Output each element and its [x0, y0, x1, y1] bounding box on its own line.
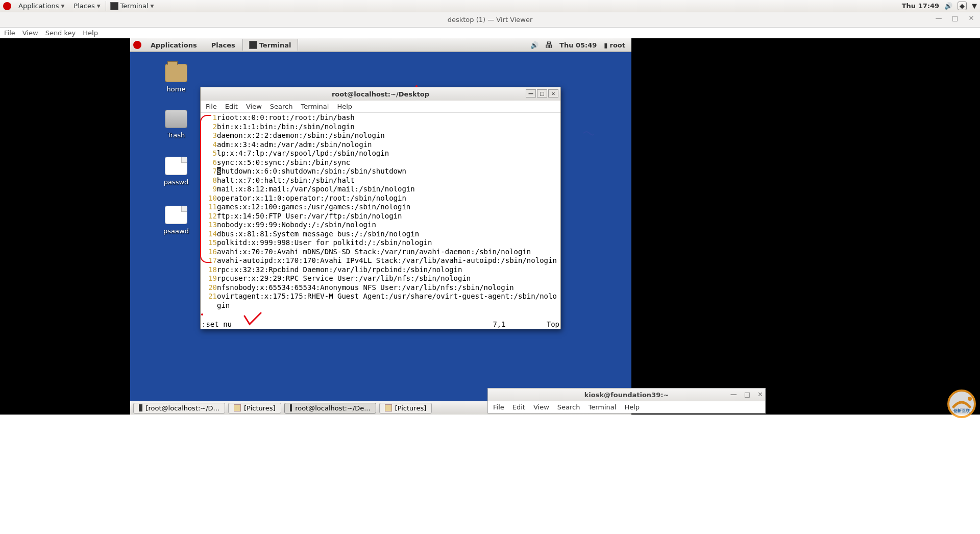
guest-clock[interactable]: Thu 05:49: [559, 41, 597, 49]
line-text: dbus:x:81:81:System message bus:/:/sbin/…: [217, 230, 559, 239]
guest-volume-icon[interactable]: [530, 41, 538, 49]
line-text: ovirtagent:x:175:175:RHEV-M Guest Agent:…: [217, 292, 559, 310]
desktop-icon-home[interactable]: home: [158, 64, 194, 93]
terminal-body[interactable]: 1 rioot:x:0:0:root:/root:/bin/bash 2 bin…: [201, 113, 560, 329]
host-term-menu-edit[interactable]: Edit: [512, 403, 525, 411]
host-term-maximize-button[interactable]: □: [744, 391, 750, 398]
svg-text:创新互联: 创新互联: [953, 408, 970, 413]
host-term-close-button[interactable]: ✕: [757, 391, 763, 398]
a11y-icon[interactable]: ◆: [958, 2, 967, 10]
line-text: operator:x:11:0:operator:/root:/sbin/nol…: [217, 194, 559, 203]
terminal-titlebar[interactable]: root@localhost:~/Desktop — □ ✕: [201, 87, 560, 101]
terminal-icon: [110, 2, 118, 10]
vv-menu-help[interactable]: Help: [83, 29, 98, 37]
terminal-icon: [249, 41, 257, 49]
line-text: games:x:12:100:games:/usr/games:/sbin/no…: [217, 203, 559, 212]
terminal-menu-terminal[interactable]: Terminal: [301, 103, 329, 110]
terminal-menu-view[interactable]: View: [246, 103, 262, 110]
line-number: 14: [202, 230, 217, 239]
terminal-window[interactable]: root@localhost:~/Desktop — □ ✕ File Edit…: [200, 87, 561, 329]
vv-menu-sendkey[interactable]: Send key: [45, 29, 76, 37]
host-terminal-window[interactable]: kiosk@foundation39:~ — □ ✕ File Edit Vie…: [487, 388, 766, 414]
line-number: 13: [202, 221, 217, 230]
terminal-minimize-button[interactable]: —: [526, 89, 536, 98]
terminal-close-button[interactable]: ✕: [548, 89, 558, 98]
vim-status-line: :set nu 7,1 Top: [201, 320, 560, 329]
guest-network-icon[interactable]: 品: [546, 40, 552, 50]
taskbar-item-pictures-1[interactable]: [Pictures]: [228, 403, 281, 414]
taskbar-item-terminal-2[interactable]: root@localhost:~/De...: [284, 403, 376, 414]
host-term-menu-view[interactable]: View: [533, 403, 549, 411]
redhat-icon: [3, 2, 11, 10]
guest-desktop[interactable]: Applications Places Terminal 品 Thu 05:49…: [130, 38, 631, 415]
line-number: 17: [202, 256, 217, 265]
host-menu-places[interactable]: Places▼: [69, 1, 104, 11]
line-text: mail:x:8:12:mail:/var/spool/mail:/sbin/n…: [217, 185, 559, 194]
virt-viewer-title-text: desktop (1) — Virt Viewer: [448, 16, 533, 23]
host-terminal-menubar: File Edit View Search Terminal Help: [488, 401, 765, 413]
line-text: adm:x:3:4:adm:/var/adm:/sbin/nologin: [217, 140, 559, 150]
folder-icon: [165, 64, 187, 82]
host-terminal-titlebar[interactable]: kiosk@foundation39:~ — □ ✕: [488, 389, 765, 401]
line-text: rpcuser:x:29:29:RPC Service User:/var/li…: [217, 274, 559, 283]
host-clock[interactable]: Thu 17:49: [902, 2, 939, 10]
host-term-menu-help[interactable]: Help: [624, 403, 640, 411]
line-text: rioot:x:0:0:root:/root:/bin/bash: [217, 113, 559, 123]
desktop-icon-passwd[interactable]: passwd: [158, 157, 194, 186]
line-number: 7: [202, 167, 217, 176]
host-term-menu-search[interactable]: Search: [557, 403, 580, 411]
guest-task-terminal[interactable]: Terminal: [242, 39, 298, 51]
maximize-button[interactable]: □: [951, 14, 959, 21]
terminal-menu-edit[interactable]: Edit: [225, 103, 238, 110]
host-terminal-title-text: kiosk@foundation39:~: [584, 391, 669, 399]
terminal-title-text: root@localhost:~/Desktop: [332, 90, 429, 98]
line-text: shutdown:x:6:0:shutdown:/sbin:/sbin/shut…: [217, 167, 559, 176]
line-number: 6: [202, 158, 217, 167]
guest-user-indicator[interactable]: ▮root: [604, 41, 625, 49]
desktop-icon-psaawd[interactable]: psaawd: [158, 206, 194, 235]
power-icon[interactable]: ▼: [972, 2, 977, 10]
taskbar-item-terminal-1[interactable]: [root@localhost:~/D...: [133, 403, 225, 414]
terminal-menu-search[interactable]: Search: [270, 103, 293, 110]
guest-menu-places[interactable]: Places: [204, 40, 242, 51]
terminal-menu-file[interactable]: File: [206, 103, 217, 110]
taskbar-item-pictures-2[interactable]: [Pictures]: [379, 403, 432, 414]
line-number: 10: [202, 194, 217, 203]
terminal-icon: [139, 404, 142, 411]
vv-menu-view[interactable]: View: [22, 29, 38, 37]
host-term-menu-terminal[interactable]: Terminal: [588, 403, 616, 411]
line-text: nfsnobody:x:65534:65534:Anonymous NFS Us…: [217, 283, 559, 293]
vv-menu-file[interactable]: File: [4, 29, 15, 37]
host-term-minimize-button[interactable]: —: [730, 391, 737, 398]
guest-menu-applications[interactable]: Applications: [143, 40, 204, 51]
annotation-squiggle: [582, 130, 595, 139]
line-number: 12: [202, 212, 217, 221]
desktop-icon-trash[interactable]: Trash: [158, 110, 194, 139]
virt-viewer-titlebar: desktop (1) — Virt Viewer: [0, 12, 980, 28]
folder-icon: [385, 404, 392, 411]
line-number: 5: [202, 149, 217, 158]
guest-top-panel: Applications Places Terminal 品 Thu 05:49…: [130, 38, 631, 52]
redhat-icon: [133, 41, 141, 49]
close-button[interactable]: ✕: [968, 14, 975, 21]
terminal-menu-help[interactable]: Help: [337, 103, 352, 110]
line-number: 19: [202, 274, 217, 283]
minimize-button[interactable]: —: [935, 14, 942, 21]
host-term-menu-file[interactable]: File: [493, 403, 504, 411]
line-number: 11: [202, 203, 217, 212]
volume-icon[interactable]: [944, 2, 952, 10]
vim-scroll-pos: Top: [547, 320, 559, 329]
virt-viewer-menubar: File View Send key Help: [0, 28, 980, 39]
line-text: daemon:x:2:2:daemon:/sbin:/sbin/nologin: [217, 131, 559, 140]
letterbox-left: [0, 38, 130, 415]
host-menu-applications[interactable]: Applications▼: [14, 1, 68, 11]
line-number: 3: [202, 131, 217, 140]
terminal-maximize-button[interactable]: □: [537, 89, 547, 98]
line-number: 4: [202, 140, 217, 150]
host-task-terminal[interactable]: Terminal▼: [106, 1, 158, 11]
line-number: 15: [202, 238, 217, 248]
line-text: ftp:x:14:50:FTP User:/var/ftp:/sbin/nolo…: [217, 212, 559, 221]
line-text: polkitd:x:999:998:User for polkitd:/:/sb…: [217, 238, 559, 248]
line-number: 8: [202, 176, 217, 185]
line-text: rpc:x:32:32:Rpcbind Daemon:/var/lib/rpcb…: [217, 265, 559, 275]
